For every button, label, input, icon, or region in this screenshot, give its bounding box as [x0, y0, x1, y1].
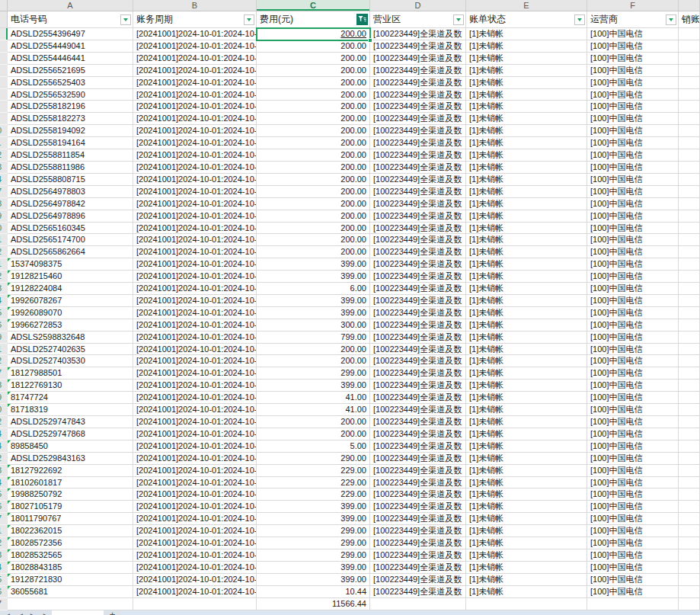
cell-status[interactable]: [1]未销帐: [466, 246, 587, 258]
cell-period[interactable]: [20241001]2024-10-01:2024-10-: [133, 574, 257, 586]
row-header[interactable]: 64: [0, 440, 8, 453]
cell-status[interactable]: [1]未销帐: [466, 162, 587, 174]
cell-area[interactable]: [100223449]全渠道及数: [370, 428, 466, 440]
cell-status[interactable]: [1]未销帐: [466, 77, 587, 89]
cell-status[interactable]: [1]未销帐: [466, 404, 587, 416]
cell-phone[interactable]: 18122769130: [8, 380, 133, 392]
cell-status[interactable]: [1]未销帐: [466, 137, 587, 149]
cell-area[interactable]: [100223449]全渠道及数: [370, 271, 466, 283]
cell-phone[interactable]: ADSLD2556532590: [8, 89, 133, 101]
row-header[interactable]: 17: [0, 186, 8, 198]
row-header[interactable]: 32: [0, 271, 8, 283]
cell-writeoff[interactable]: [679, 223, 700, 235]
cell-area[interactable]: [100223449]全渠道及数: [370, 101, 466, 113]
cell-operator[interactable]: [100]中国电信: [587, 513, 679, 525]
cell-area[interactable]: [100223449]全渠道及数: [370, 537, 466, 549]
cell-writeoff[interactable]: [679, 295, 700, 307]
cell-operator[interactable]: [100]中国电信: [587, 404, 679, 416]
cell-status[interactable]: [1]未销帐: [466, 198, 587, 210]
cell-phone[interactable]: 18028572356: [8, 537, 133, 549]
cell-area[interactable]: [100223449]全渠道及数: [370, 77, 466, 89]
sheet-nav-next-icon[interactable]: ▶: [26, 610, 39, 615]
cell-fee[interactable]: 229.00: [257, 488, 370, 501]
row-header[interactable]: 10: [0, 125, 8, 137]
cell-phone[interactable]: 19128721830: [8, 574, 133, 586]
cell-fee[interactable]: 200.00: [257, 186, 370, 198]
filter-dropdown-button-status[interactable]: [574, 14, 585, 25]
cell-operator[interactable]: [100]中国电信: [587, 149, 679, 162]
cell-period[interactable]: [20241001]2024-10-01:2024-10-: [133, 440, 257, 453]
row-header[interactable]: 85: [0, 574, 8, 586]
cell-fee[interactable]: 399.00: [257, 513, 370, 525]
cell-status[interactable]: [1]未销帐: [466, 319, 587, 332]
cell-fee[interactable]: 200.00: [257, 137, 370, 149]
cell-status[interactable]: [1]未销帐: [466, 101, 587, 113]
cell-phone[interactable]: 18027105179: [8, 501, 133, 513]
cell-status[interactable]: [1]未销帐: [466, 113, 587, 125]
filter-applied-button-fee[interactable]: [356, 14, 368, 25]
cell-fee-total[interactable]: 11566.44: [257, 598, 370, 610]
cell-status[interactable]: [1]未销帐: [466, 440, 587, 453]
cell-period[interactable]: [20241001]2024-10-01:2024-10-: [133, 404, 257, 416]
cell-writeoff[interactable]: [679, 283, 700, 295]
cell-status[interactable]: [1]未销帐: [466, 332, 587, 344]
cell-operator[interactable]: [100]中国电信: [587, 428, 679, 440]
header-cell-writeoff-clipped[interactable]: 销账: [679, 11, 700, 28]
cell-fee[interactable]: 200.00: [257, 89, 370, 101]
row-header[interactable]: 18: [0, 198, 8, 210]
cell-operator[interactable]: [100]中国电信: [587, 174, 679, 186]
horizontal-scrollbar-track[interactable]: [121, 610, 700, 615]
cell-phone[interactable]: 18022362015: [8, 525, 133, 537]
cell-writeoff[interactable]: [679, 101, 700, 113]
cell-period[interactable]: [20241001]2024-10-01:2024-10-: [133, 392, 257, 404]
cell-area[interactable]: [100223449]全渠道及数: [370, 488, 466, 501]
cell-phone[interactable]: ADSLD2564978803: [8, 186, 133, 198]
row-header[interactable]: 75: [0, 488, 8, 501]
cell-period[interactable]: [20241001]2024-10-01:2024-10-: [133, 210, 257, 223]
cell-writeoff[interactable]: [679, 186, 700, 198]
cell-period[interactable]: [20241001]2024-10-01:2024-10-: [133, 416, 257, 428]
row-header-87[interactable]: 87: [0, 598, 8, 610]
header-cell-area[interactable]: 营业区: [370, 11, 466, 28]
cell-status[interactable]: [1]未销帐: [466, 501, 587, 513]
filter-dropdown-button-area[interactable]: [453, 14, 464, 25]
cell-period[interactable]: [20241001]2024-10-01:2024-10-: [133, 465, 257, 477]
cell-operator[interactable]: [100]中国电信: [587, 258, 679, 271]
cell-period[interactable]: [20241001]2024-10-01:2024-10-: [133, 428, 257, 440]
cell-operator[interactable]: [100]中国电信: [587, 367, 679, 380]
cell-status[interactable]: [1]未销帐: [466, 53, 587, 65]
header-cell-status[interactable]: 账单状态: [466, 11, 587, 28]
cell-operator[interactable]: [100]中国电信: [587, 525, 679, 537]
cell-period[interactable]: [20241001]2024-10-01:2024-10-: [133, 477, 257, 489]
cell-writeoff[interactable]: [679, 367, 700, 380]
cell-area[interactable]: [100223449]全渠道及数: [370, 234, 466, 246]
cell-status[interactable]: [1]未销帐: [466, 28, 587, 40]
cell-area[interactable]: [100223449]全渠道及数: [370, 28, 466, 40]
cell-period[interactable]: [20241001]2024-10-01:2024-10-: [133, 162, 257, 174]
cell-area[interactable]: [100223449]全渠道及数: [370, 198, 466, 210]
cell-period[interactable]: [20241001]2024-10-01:2024-10-: [133, 89, 257, 101]
cell-fee[interactable]: 399.00: [257, 562, 370, 574]
cell-area[interactable]: [100223449]全渠道及数: [370, 586, 466, 598]
row-header[interactable]: 84: [0, 562, 8, 574]
cell-writeoff[interactable]: [679, 28, 700, 40]
cell-fee[interactable]: 200.00: [257, 149, 370, 162]
cell-area[interactable]: [100223449]全渠道及数: [370, 125, 466, 137]
cell-phone[interactable]: 18011790767: [8, 513, 133, 525]
row-header[interactable]: 73: [0, 465, 8, 477]
cell-phone[interactable]: ADSLD2529747868: [8, 428, 133, 440]
cell-fee[interactable]: 200.00: [257, 77, 370, 89]
cell-phone[interactable]: ADSLD2565160345: [8, 223, 133, 235]
cell-area[interactable]: [100223449]全渠道及数: [370, 307, 466, 319]
cell-writeoff[interactable]: [679, 246, 700, 258]
cell-fee[interactable]: 299.00: [257, 367, 370, 380]
cell-area[interactable]: [100223449]全渠道及数: [370, 210, 466, 223]
cell-period[interactable]: [20241001]2024-10-01:2024-10-: [133, 186, 257, 198]
cell-operator[interactable]: [100]中国电信: [587, 271, 679, 283]
cell-operator-empty[interactable]: [587, 598, 679, 610]
cell-operator[interactable]: [100]中国电信: [587, 40, 679, 53]
cell-phone[interactable]: ADSLD2554446441: [8, 53, 133, 65]
cell-status[interactable]: [1]未销帐: [466, 210, 587, 223]
column-header-B[interactable]: B: [133, 0, 257, 11]
row-header[interactable]: 54: [0, 428, 8, 440]
